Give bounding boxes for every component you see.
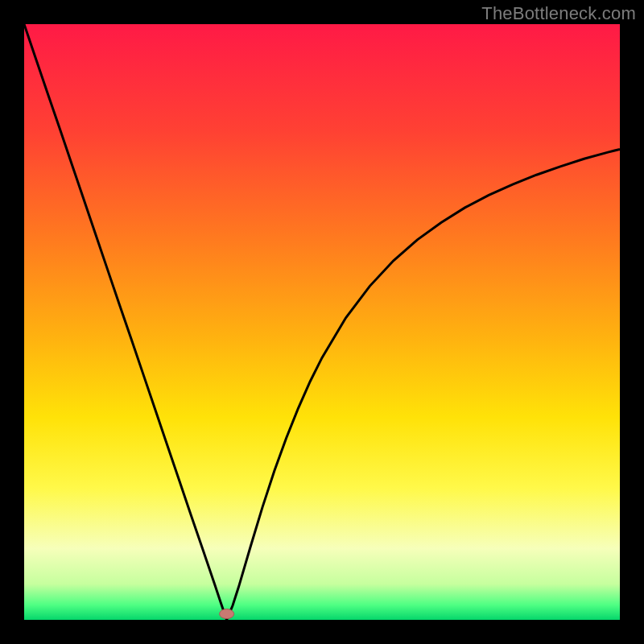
gradient-background [24, 24, 620, 620]
plot-area [24, 24, 620, 620]
optimum-marker [220, 609, 234, 619]
watermark-text: TheBottleneck.com [481, 3, 636, 24]
chart-frame: TheBottleneck.com [0, 0, 644, 644]
chart-svg [24, 24, 620, 620]
